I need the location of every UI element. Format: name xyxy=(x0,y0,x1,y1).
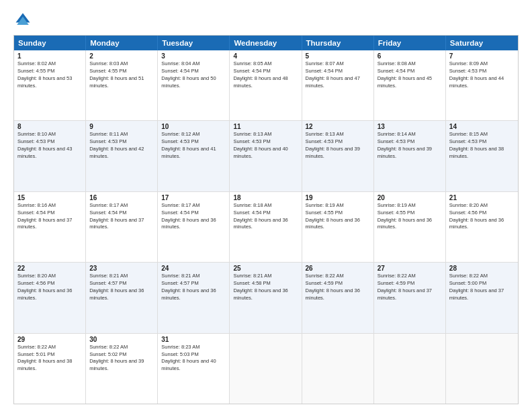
day-of-week-tuesday: Tuesday xyxy=(158,36,230,50)
day-cell-19: 19Sunrise: 8:19 AMSunset: 4:55 PMDayligh… xyxy=(302,192,374,262)
day-info: Sunrise: 8:19 AMSunset: 4:55 PMDaylight:… xyxy=(306,202,370,232)
day-number: 31 xyxy=(161,336,226,343)
day-number: 10 xyxy=(161,123,226,130)
day-cell-23: 23Sunrise: 8:21 AMSunset: 4:57 PMDayligh… xyxy=(86,263,158,332)
day-info: Sunrise: 8:12 AMSunset: 4:53 PMDaylight:… xyxy=(161,131,226,161)
calendar-row-5: 29Sunrise: 8:22 AMSunset: 5:01 PMDayligh… xyxy=(14,333,518,404)
day-cell-1: 1Sunrise: 8:02 AMSunset: 4:55 PMDaylight… xyxy=(14,50,86,120)
day-info: Sunrise: 8:21 AMSunset: 4:58 PMDaylight:… xyxy=(233,273,298,302)
day-number: 7 xyxy=(449,52,515,60)
day-of-week-thursday: Thursday xyxy=(302,36,374,50)
day-info: Sunrise: 8:03 AMSunset: 4:55 PMDaylight:… xyxy=(89,60,154,90)
day-cell-22: 22Sunrise: 8:20 AMSunset: 4:56 PMDayligh… xyxy=(14,263,86,332)
day-number: 16 xyxy=(89,194,154,201)
day-cell-24: 24Sunrise: 8:21 AMSunset: 4:57 PMDayligh… xyxy=(158,263,230,332)
day-cell-10: 10Sunrise: 8:12 AMSunset: 4:53 PMDayligh… xyxy=(158,121,230,191)
day-cell-13: 13Sunrise: 8:14 AMSunset: 4:53 PMDayligh… xyxy=(374,121,446,191)
day-number: 13 xyxy=(378,123,442,130)
day-of-week-friday: Friday xyxy=(374,36,446,50)
day-number: 25 xyxy=(233,265,298,272)
day-cell-6: 6Sunrise: 8:08 AMSunset: 4:54 PMDaylight… xyxy=(374,50,446,120)
day-number: 23 xyxy=(89,265,154,272)
day-number: 17 xyxy=(161,194,226,201)
day-info: Sunrise: 8:22 AMSunset: 4:59 PMDaylight:… xyxy=(306,273,370,302)
day-info: Sunrise: 8:10 AMSunset: 4:53 PMDaylight:… xyxy=(17,131,82,161)
day-of-week-sunday: Sunday xyxy=(14,36,86,50)
empty-cell xyxy=(374,334,446,404)
day-info: Sunrise: 8:20 AMSunset: 4:56 PMDaylight:… xyxy=(449,202,515,232)
day-number: 24 xyxy=(161,265,226,272)
empty-cell xyxy=(446,334,518,404)
logo xyxy=(13,11,35,30)
day-number: 30 xyxy=(89,336,154,343)
day-info: Sunrise: 8:07 AMSunset: 4:54 PMDaylight:… xyxy=(306,60,370,90)
calendar-row-4: 22Sunrise: 8:20 AMSunset: 4:56 PMDayligh… xyxy=(14,262,518,332)
day-of-week-monday: Monday xyxy=(86,36,158,50)
day-info: Sunrise: 8:18 AMSunset: 4:54 PMDaylight:… xyxy=(233,202,298,232)
day-cell-9: 9Sunrise: 8:11 AMSunset: 4:53 PMDaylight… xyxy=(86,121,158,191)
day-info: Sunrise: 8:22 AMSunset: 5:00 PMDaylight:… xyxy=(449,273,515,302)
day-cell-8: 8Sunrise: 8:10 AMSunset: 4:53 PMDaylight… xyxy=(14,121,86,191)
day-cell-15: 15Sunrise: 8:16 AMSunset: 4:54 PMDayligh… xyxy=(14,192,86,262)
day-cell-18: 18Sunrise: 8:18 AMSunset: 4:54 PMDayligh… xyxy=(230,192,302,262)
day-info: Sunrise: 8:09 AMSunset: 4:53 PMDaylight:… xyxy=(449,60,515,90)
day-number: 22 xyxy=(17,265,82,272)
day-info: Sunrise: 8:13 AMSunset: 4:53 PMDaylight:… xyxy=(233,131,298,161)
day-info: Sunrise: 8:20 AMSunset: 4:56 PMDaylight:… xyxy=(17,273,82,302)
day-info: Sunrise: 8:05 AMSunset: 4:54 PMDaylight:… xyxy=(233,60,298,90)
day-number: 28 xyxy=(449,265,515,272)
day-info: Sunrise: 8:11 AMSunset: 4:53 PMDaylight:… xyxy=(89,131,154,161)
day-number: 6 xyxy=(378,52,442,60)
day-info: Sunrise: 8:22 AMSunset: 5:02 PMDaylight:… xyxy=(89,344,154,373)
day-info: Sunrise: 8:17 AMSunset: 4:54 PMDaylight:… xyxy=(161,202,226,232)
empty-cell xyxy=(230,334,302,404)
calendar-row-3: 15Sunrise: 8:16 AMSunset: 4:54 PMDayligh… xyxy=(14,191,518,262)
day-info: Sunrise: 8:17 AMSunset: 4:54 PMDaylight:… xyxy=(89,202,154,232)
day-number: 20 xyxy=(378,194,442,201)
calendar-body: 1Sunrise: 8:02 AMSunset: 4:55 PMDaylight… xyxy=(14,50,518,404)
day-cell-31: 31Sunrise: 8:23 AMSunset: 5:03 PMDayligh… xyxy=(158,334,230,404)
day-cell-20: 20Sunrise: 8:19 AMSunset: 4:55 PMDayligh… xyxy=(374,192,446,262)
day-number: 29 xyxy=(17,336,82,343)
day-info: Sunrise: 8:19 AMSunset: 4:55 PMDaylight:… xyxy=(378,202,442,232)
day-cell-7: 7Sunrise: 8:09 AMSunset: 4:53 PMDaylight… xyxy=(446,50,518,120)
day-cell-30: 30Sunrise: 8:22 AMSunset: 5:02 PMDayligh… xyxy=(86,334,158,404)
day-cell-27: 27Sunrise: 8:22 AMSunset: 4:59 PMDayligh… xyxy=(374,263,446,332)
day-number: 26 xyxy=(306,265,370,272)
day-info: Sunrise: 8:02 AMSunset: 4:55 PMDaylight:… xyxy=(17,60,82,90)
day-of-week-saturday: Saturday xyxy=(446,36,518,50)
day-info: Sunrise: 8:23 AMSunset: 5:03 PMDaylight:… xyxy=(161,344,226,373)
day-cell-2: 2Sunrise: 8:03 AMSunset: 4:55 PMDaylight… xyxy=(86,50,158,120)
calendar-row-1: 1Sunrise: 8:02 AMSunset: 4:55 PMDaylight… xyxy=(14,50,518,120)
calendar-row-2: 8Sunrise: 8:10 AMSunset: 4:53 PMDaylight… xyxy=(14,120,518,191)
day-cell-29: 29Sunrise: 8:22 AMSunset: 5:01 PMDayligh… xyxy=(14,334,86,404)
day-cell-21: 21Sunrise: 8:20 AMSunset: 4:56 PMDayligh… xyxy=(446,192,518,262)
day-cell-5: 5Sunrise: 8:07 AMSunset: 4:54 PMDaylight… xyxy=(302,50,374,120)
day-number: 8 xyxy=(17,123,82,130)
page: SundayMondayTuesdayWednesdayThursdayFrid… xyxy=(0,0,532,411)
day-cell-17: 17Sunrise: 8:17 AMSunset: 4:54 PMDayligh… xyxy=(158,192,230,262)
day-info: Sunrise: 8:21 AMSunset: 4:57 PMDaylight:… xyxy=(89,273,154,302)
calendar-header: SundayMondayTuesdayWednesdayThursdayFrid… xyxy=(14,36,518,50)
day-number: 18 xyxy=(233,194,298,201)
day-number: 19 xyxy=(306,194,370,201)
day-number: 14 xyxy=(449,123,515,130)
day-number: 11 xyxy=(233,123,298,130)
day-info: Sunrise: 8:16 AMSunset: 4:54 PMDaylight:… xyxy=(17,202,82,232)
day-info: Sunrise: 8:15 AMSunset: 4:53 PMDaylight:… xyxy=(449,131,515,161)
day-number: 2 xyxy=(89,52,154,60)
day-cell-28: 28Sunrise: 8:22 AMSunset: 5:00 PMDayligh… xyxy=(446,263,518,332)
header xyxy=(13,11,519,30)
day-number: 21 xyxy=(449,194,515,201)
day-cell-11: 11Sunrise: 8:13 AMSunset: 4:53 PMDayligh… xyxy=(230,121,302,191)
day-number: 12 xyxy=(306,123,370,130)
day-number: 9 xyxy=(89,123,154,130)
day-cell-14: 14Sunrise: 8:15 AMSunset: 4:53 PMDayligh… xyxy=(446,121,518,191)
calendar: SundayMondayTuesdayWednesdayThursdayFrid… xyxy=(13,35,519,404)
day-info: Sunrise: 8:22 AMSunset: 5:01 PMDaylight:… xyxy=(17,344,82,373)
day-info: Sunrise: 8:22 AMSunset: 4:59 PMDaylight:… xyxy=(378,273,442,302)
day-cell-16: 16Sunrise: 8:17 AMSunset: 4:54 PMDayligh… xyxy=(86,192,158,262)
day-cell-3: 3Sunrise: 8:04 AMSunset: 4:54 PMDaylight… xyxy=(158,50,230,120)
day-info: Sunrise: 8:08 AMSunset: 4:54 PMDaylight:… xyxy=(378,60,442,90)
day-info: Sunrise: 8:04 AMSunset: 4:54 PMDaylight:… xyxy=(161,60,226,90)
